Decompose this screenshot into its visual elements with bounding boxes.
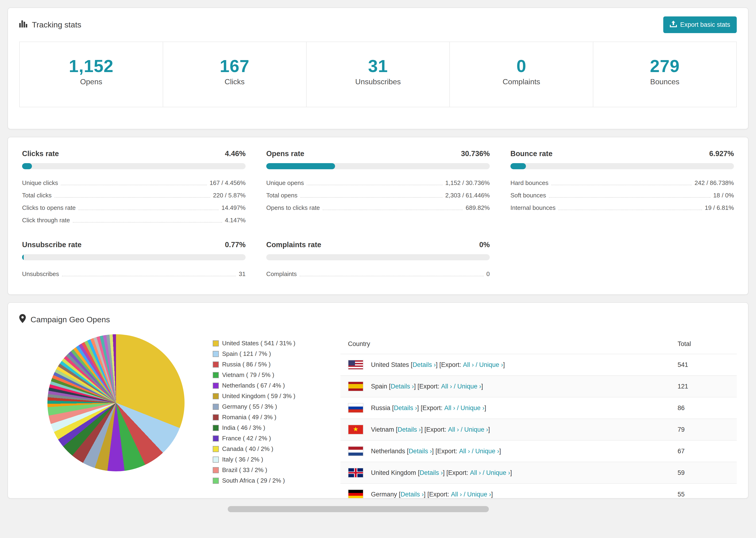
legend-item: United States ( 541 / 31% ) bbox=[213, 338, 322, 349]
stat-value: 14.497% bbox=[221, 204, 245, 211]
bracket: [ bbox=[407, 448, 409, 455]
legend-item: South Africa ( 29 / 2% ) bbox=[213, 475, 322, 486]
geo-pie-chart bbox=[47, 334, 185, 471]
horizontal-scrollbar[interactable] bbox=[228, 506, 489, 512]
details-link[interactable]: Details › bbox=[419, 469, 443, 476]
export-slash: / bbox=[483, 469, 485, 476]
country-total: 86 bbox=[677, 404, 729, 412]
rate-title: Bounce rate bbox=[511, 149, 553, 158]
legend-swatch bbox=[213, 340, 219, 347]
geo-country-table: Country Total United States [Details ›] … bbox=[341, 334, 737, 499]
location-pin-icon bbox=[19, 314, 26, 325]
stat-label: Opens bbox=[20, 78, 163, 86]
tracking-stats-card: Tracking stats Export basic stats 1,152 … bbox=[8, 8, 748, 129]
rate-stat-list: Hard bounces 242 / 86.738% Soft bounces … bbox=[511, 177, 734, 214]
details-link[interactable]: Details › bbox=[398, 426, 421, 433]
stat-label: Complaints bbox=[450, 78, 593, 86]
export-unique-link[interactable]: Unique › bbox=[464, 426, 488, 433]
country-total: 121 bbox=[677, 383, 729, 390]
dotted-leader bbox=[307, 185, 442, 185]
rate-stat-list: Unsubscribes 31 bbox=[22, 268, 245, 280]
legend-swatch bbox=[213, 393, 219, 399]
country-total: 55 bbox=[677, 491, 729, 498]
export-unique-link[interactable]: Unique › bbox=[486, 469, 510, 476]
legend-item: France ( 42 / 2% ) bbox=[213, 433, 322, 444]
export-unique-link[interactable]: Unique › bbox=[475, 448, 499, 455]
stat-label: Opens to clicks rate bbox=[266, 204, 320, 211]
stat-label: Hard bounces bbox=[511, 179, 549, 187]
geo-opens-header: Campaign Geo Opens bbox=[19, 314, 737, 325]
stat-row: Internal bounces 19 / 6.81% bbox=[511, 202, 734, 214]
export-slash: / bbox=[464, 491, 465, 498]
bar-chart-icon bbox=[19, 20, 27, 29]
legend-swatch bbox=[213, 361, 219, 368]
flag-nl-icon bbox=[348, 446, 363, 456]
rate-value: 4.46% bbox=[225, 149, 245, 158]
details-link[interactable]: Details › bbox=[401, 491, 424, 498]
stat-row: Click through rate 4.147% bbox=[22, 214, 245, 227]
export-slash: / bbox=[457, 404, 459, 412]
export-icon bbox=[670, 21, 677, 29]
legend-swatch bbox=[213, 446, 219, 452]
country-cell: Germany [Details ›] [Export: All › / Uni… bbox=[371, 491, 493, 498]
rate-stat-list: Unique clicks 167 / 4.456% Total clicks … bbox=[22, 177, 245, 227]
details-link[interactable]: Details › bbox=[409, 448, 432, 455]
stat-value: 1,152 / 30.736% bbox=[445, 179, 490, 187]
export-unique-link[interactable]: Unique › bbox=[479, 361, 503, 368]
details-link[interactable]: Details › bbox=[394, 404, 417, 412]
export-all-link[interactable]: All › bbox=[441, 383, 452, 390]
export-prefix: [Export: bbox=[446, 469, 468, 476]
legend-swatch bbox=[213, 372, 219, 378]
stat-value: 31 bbox=[307, 56, 450, 76]
stat-value: 4.147% bbox=[225, 217, 245, 224]
rate-progress-track bbox=[266, 163, 490, 169]
geo-opens-card: Campaign Geo Opens United States ( 541 /… bbox=[8, 302, 748, 499]
stat-value: 242 / 86.738% bbox=[694, 179, 734, 187]
dotted-leader bbox=[558, 210, 702, 210]
rate-progress-fill bbox=[266, 163, 335, 169]
stat-label: Soft bounces bbox=[511, 192, 546, 199]
export-all-link[interactable]: All › bbox=[470, 469, 481, 476]
export-slash: / bbox=[476, 361, 477, 368]
export-unique-link[interactable]: Unique › bbox=[458, 383, 481, 390]
country-total: 79 bbox=[677, 426, 729, 433]
stat-value: 689.82% bbox=[465, 204, 490, 211]
bracket: ] bbox=[481, 383, 483, 390]
country-name: United States bbox=[371, 361, 409, 368]
details-link[interactable]: Details › bbox=[412, 361, 436, 368]
summary-stat-box: 31 Unsubscribes bbox=[307, 42, 450, 107]
legend-item: Brazil ( 33 / 2% ) bbox=[213, 465, 322, 475]
stat-row: Unique clicks 167 / 4.456% bbox=[22, 177, 245, 189]
stat-label: Bounces bbox=[593, 78, 736, 86]
bracket: ] bbox=[491, 491, 493, 498]
export-prefix: [Export: bbox=[421, 404, 443, 412]
export-basic-stats-button[interactable]: Export basic stats bbox=[663, 17, 737, 33]
legend-label: Spain ( 121 / 7% ) bbox=[222, 350, 271, 357]
export-all-link[interactable]: All › bbox=[463, 361, 474, 368]
dotted-leader bbox=[549, 197, 711, 198]
stat-row: Soft bounces 18 / 0% bbox=[511, 189, 734, 202]
bracket: ] bbox=[436, 361, 438, 368]
legend-swatch bbox=[213, 435, 219, 442]
legend-label: Vietnam ( 79 / 5% ) bbox=[222, 371, 274, 379]
export-all-link[interactable]: All › bbox=[444, 404, 455, 412]
export-all-link[interactable]: All › bbox=[459, 448, 470, 455]
country-cell: United States [Details ›] [Export: All ›… bbox=[371, 361, 505, 368]
details-link[interactable]: Details › bbox=[391, 383, 414, 390]
export-slash: / bbox=[460, 426, 462, 433]
table-header-row: Country Total bbox=[341, 334, 737, 354]
legend-item: Spain ( 121 / 7% ) bbox=[213, 349, 322, 359]
bracket: ] bbox=[510, 469, 512, 476]
stat-row: Hard bounces 242 / 86.738% bbox=[511, 177, 734, 189]
export-all-link[interactable]: All › bbox=[448, 426, 459, 433]
country-cell: Vietnam [Details ›] [Export: All › / Uni… bbox=[371, 426, 490, 433]
export-unique-link[interactable]: Unique › bbox=[467, 491, 491, 498]
export-all-link[interactable]: All › bbox=[451, 491, 462, 498]
export-unique-link[interactable]: Unique › bbox=[460, 404, 484, 412]
bracket: [ bbox=[418, 469, 420, 476]
legend-swatch bbox=[213, 404, 219, 410]
legend-label: United States ( 541 / 31% ) bbox=[222, 340, 296, 347]
bracket: ] bbox=[417, 404, 419, 412]
dotted-leader bbox=[54, 197, 210, 198]
bracket: ] bbox=[421, 426, 423, 433]
